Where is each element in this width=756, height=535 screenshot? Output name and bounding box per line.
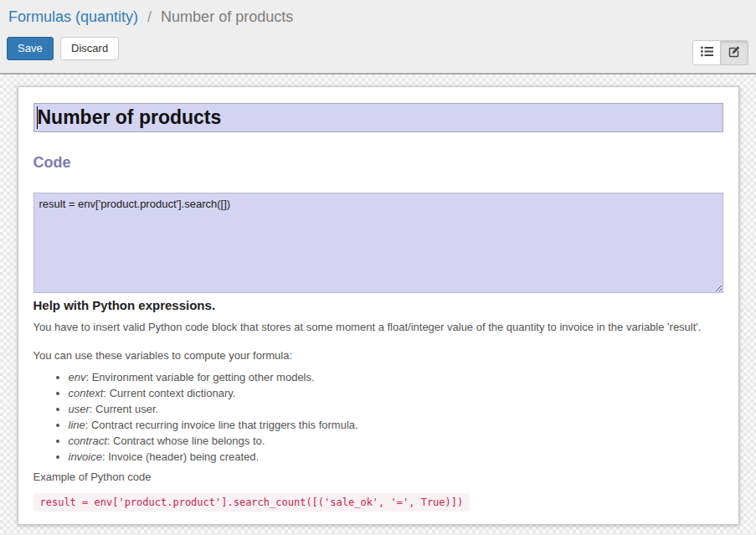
code-input[interactable]: result = env['product.product'].search([…: [33, 193, 723, 293]
save-button[interactable]: Save: [7, 37, 54, 60]
list-view-icon: [701, 46, 713, 59]
list-item: invoice: Invoice (header) being created.: [69, 451, 723, 462]
help-intro: You have to insert valid Python code blo…: [33, 320, 723, 334]
list-item: context: Current context dictionary.: [69, 388, 723, 399]
list-item: contract: Contract whose line belongs to…: [69, 435, 723, 446]
control-panel: Formulas (quantity) / Number of products…: [0, 0, 756, 75]
breadcrumb-current: Number of products: [161, 8, 293, 25]
list-item: env: Environment variable for getting ot…: [69, 372, 723, 383]
example-code: result = env['product.product'].search_c…: [33, 493, 471, 512]
text-caret: [37, 106, 38, 129]
view-switcher: [692, 40, 748, 65]
form-edit-view-icon: [728, 45, 741, 60]
variables-list: env: Environment variable for getting ot…: [33, 372, 723, 462]
list-item: user: Current user.: [69, 404, 723, 414]
list-view-button[interactable]: [692, 40, 721, 65]
title-field-wrap: [33, 103, 723, 132]
breadcrumb-separator: /: [147, 8, 152, 25]
variables-intro: You can use these variables to compute y…: [33, 348, 723, 363]
help-block: Help with Python expressions. You have t…: [33, 298, 723, 512]
form-view-background: Code result = env['product.product'].sea…: [0, 75, 756, 533]
help-heading: Help with Python expressions.: [33, 298, 723, 312]
record-name-input[interactable]: [33, 103, 723, 132]
example-label: Example of Python code: [33, 470, 723, 484]
toolbar: Save Discard: [7, 37, 749, 60]
breadcrumb: Formulas (quantity) / Number of products: [7, 7, 749, 26]
form-view-button[interactable]: [720, 40, 748, 65]
breadcrumb-parent-link[interactable]: Formulas (quantity): [8, 8, 138, 25]
form-sheet: Code result = env['product.product'].sea…: [18, 86, 739, 525]
list-item: line: Contract recurring invoice line th…: [69, 419, 723, 430]
discard-button[interactable]: Discard: [60, 37, 119, 60]
code-section-heading: Code: [33, 154, 723, 172]
